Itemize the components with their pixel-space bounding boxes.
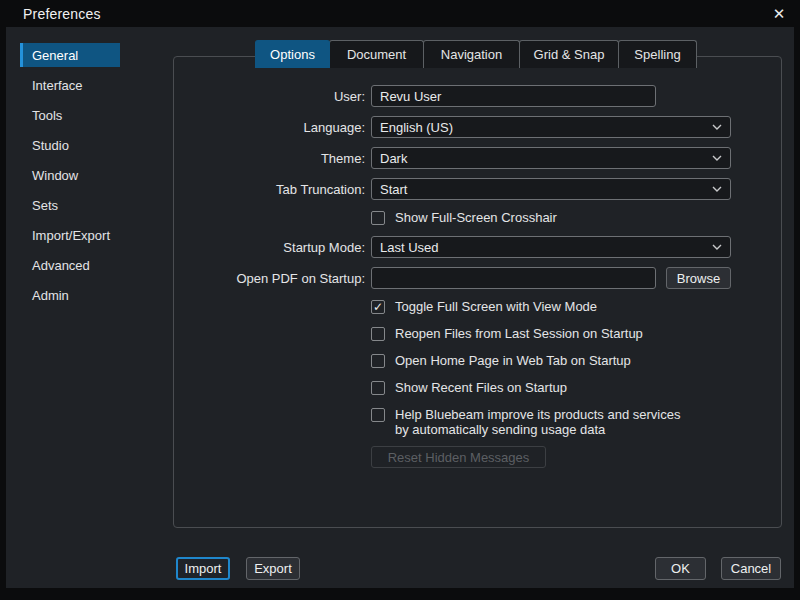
open-pdf-input[interactable] bbox=[371, 267, 656, 289]
browse-button[interactable]: Browse bbox=[666, 267, 731, 289]
theme-label: Theme: bbox=[174, 151, 365, 166]
tab-truncation-row: Tab Truncation: Start bbox=[174, 178, 781, 200]
tab-truncation-value: Start bbox=[380, 182, 407, 197]
sidebar: General Interface Tools Studio Window Se… bbox=[20, 43, 120, 313]
tab-document[interactable]: Document bbox=[329, 40, 424, 68]
open-home-page-checkbox[interactable]: ✓ bbox=[371, 354, 385, 368]
sidebar-item-interface[interactable]: Interface bbox=[20, 73, 120, 97]
close-icon[interactable]: ✕ bbox=[770, 5, 788, 23]
theme-row: Theme: Dark bbox=[174, 147, 781, 169]
open-pdf-row: Open PDF on Startup: Browse bbox=[174, 267, 781, 289]
show-crosshair-checkbox[interactable]: ✓ bbox=[371, 211, 385, 225]
sidebar-item-admin[interactable]: Admin bbox=[20, 283, 120, 307]
startup-mode-select[interactable]: Last Used bbox=[371, 236, 731, 258]
show-recent-files-label: Show Recent Files on Startup bbox=[395, 380, 567, 395]
titlebar: Preferences ✕ bbox=[0, 0, 800, 27]
tab-navigation[interactable]: Navigation bbox=[423, 40, 520, 68]
chevron-down-icon bbox=[712, 124, 722, 130]
show-recent-files-checkbox[interactable]: ✓ bbox=[371, 381, 385, 395]
usage-data-checkbox[interactable]: ✓ bbox=[371, 408, 385, 422]
sidebar-item-tools[interactable]: Tools bbox=[20, 103, 120, 127]
tab-spelling[interactable]: Spelling bbox=[618, 40, 697, 68]
reopen-files-checkbox[interactable]: ✓ bbox=[371, 327, 385, 341]
user-input[interactable] bbox=[371, 85, 656, 107]
language-select[interactable]: English (US) bbox=[371, 116, 731, 138]
export-button[interactable]: Export bbox=[246, 557, 300, 580]
cancel-button[interactable]: Cancel bbox=[721, 557, 781, 580]
language-label: Language: bbox=[174, 120, 365, 135]
toggle-fullscreen-label: Toggle Full Screen with View Mode bbox=[395, 299, 597, 314]
tab-truncation-select[interactable]: Start bbox=[371, 178, 731, 200]
import-button[interactable]: Import bbox=[176, 557, 230, 580]
toggle-fullscreen-checkbox[interactable]: ✓ bbox=[371, 300, 385, 314]
user-label: User: bbox=[174, 89, 365, 104]
sidebar-item-studio[interactable]: Studio bbox=[20, 133, 120, 157]
dialog-body: General Interface Tools Studio Window Se… bbox=[6, 27, 794, 588]
show-crosshair-row: ✓ Show Full-Screen Crosshair bbox=[371, 210, 781, 225]
startup-mode-value: Last Used bbox=[380, 240, 439, 255]
sidebar-item-sets[interactable]: Sets bbox=[20, 193, 120, 217]
language-value: English (US) bbox=[380, 120, 453, 135]
toggle-fullscreen-row: ✓ Toggle Full Screen with View Mode bbox=[371, 299, 781, 314]
reset-row: Reset Hidden Messages bbox=[174, 446, 781, 468]
tab-grid-snap[interactable]: Grid & Snap bbox=[519, 40, 619, 68]
chevron-down-icon bbox=[712, 244, 722, 250]
tab-truncation-label: Tab Truncation: bbox=[174, 182, 365, 197]
tab-options[interactable]: Options bbox=[255, 40, 330, 68]
open-home-page-label: Open Home Page in Web Tab on Startup bbox=[395, 353, 631, 368]
check-icon: ✓ bbox=[373, 301, 383, 313]
sidebar-item-import-export[interactable]: Import/Export bbox=[20, 223, 120, 247]
startup-mode-label: Startup Mode: bbox=[174, 240, 365, 255]
show-recent-files-row: ✓ Show Recent Files on Startup bbox=[371, 380, 781, 395]
sidebar-item-advanced[interactable]: Advanced bbox=[20, 253, 120, 277]
reopen-files-row: ✓ Reopen Files from Last Session on Star… bbox=[371, 326, 781, 341]
theme-value: Dark bbox=[380, 151, 407, 166]
usage-data-row: ✓ Help Bluebeam improve its products and… bbox=[371, 407, 781, 437]
open-home-page-row: ✓ Open Home Page in Web Tab on Startup bbox=[371, 353, 781, 368]
chevron-down-icon bbox=[712, 155, 722, 161]
sidebar-item-window[interactable]: Window bbox=[20, 163, 120, 187]
chevron-down-icon bbox=[712, 186, 722, 192]
options-panel: User: Language: English (US) Theme: Dark bbox=[173, 56, 782, 528]
dialog-title: Preferences bbox=[23, 6, 101, 22]
open-pdf-label: Open PDF on Startup: bbox=[174, 271, 365, 286]
preferences-dialog: Preferences ✕ General Interface Tools St… bbox=[0, 0, 800, 600]
theme-select[interactable]: Dark bbox=[371, 147, 731, 169]
startup-mode-row: Startup Mode: Last Used bbox=[174, 236, 781, 258]
language-row: Language: English (US) bbox=[174, 116, 781, 138]
tab-strip: Options Document Navigation Grid & Snap … bbox=[255, 40, 697, 68]
reopen-files-label: Reopen Files from Last Session on Startu… bbox=[395, 326, 643, 341]
show-crosshair-label: Show Full-Screen Crosshair bbox=[395, 210, 557, 225]
user-row: User: bbox=[174, 85, 781, 107]
reset-hidden-messages-button[interactable]: Reset Hidden Messages bbox=[371, 446, 546, 468]
ok-button[interactable]: OK bbox=[655, 557, 706, 580]
usage-data-label: Help Bluebeam improve its products and s… bbox=[395, 407, 685, 437]
sidebar-item-general[interactable]: General bbox=[20, 43, 120, 67]
